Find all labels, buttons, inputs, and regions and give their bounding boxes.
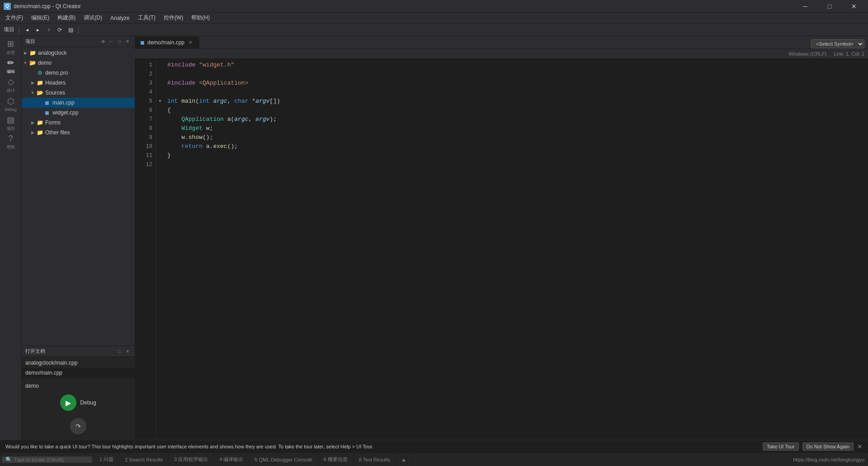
- sidebar-welcome[interactable]: ⊞ 欢迎: [2, 38, 20, 56]
- bottom-tab-qml[interactable]: 5 QML Debugger Console: [249, 453, 318, 466]
- menu-controls[interactable]: 控件(W): [160, 13, 187, 23]
- menu-help[interactable]: 帮助(H): [188, 13, 213, 23]
- debug-controls: ▶ Debug: [60, 393, 96, 413]
- bottom-tab-summary[interactable]: 6 概要信息: [318, 453, 354, 466]
- ln-3: 3: [138, 79, 152, 88]
- fold-9: [156, 133, 164, 142]
- fold-3: [156, 79, 164, 88]
- debug-icon: ⬡: [7, 96, 14, 106]
- window-controls: ─ □ ✕: [795, 0, 864, 13]
- sidebar-edit[interactable]: ✏ 编辑: [2, 57, 20, 75]
- window-title: demo/main.cpp - Qt Creator: [14, 3, 81, 10]
- tree-other-files[interactable]: ▶ 📁 Other files: [22, 128, 135, 138]
- code-line-1: #include "widget.h": [164, 61, 868, 70]
- tree-label-otherfiles: Other files: [45, 129, 70, 136]
- doc-label-demo: demo/main.cpp: [25, 370, 62, 376]
- fold-10: [156, 142, 164, 151]
- panel-btn-3[interactable]: □: [116, 38, 123, 45]
- fold-7: [156, 115, 164, 124]
- minimize-button[interactable]: ─: [795, 0, 816, 13]
- menu-build[interactable]: 构建(B): [54, 13, 79, 23]
- tree-demo-pro[interactable]: ⚙ demo.pro: [22, 68, 135, 78]
- doc-item-analogclock[interactable]: analogclock/main.cpp: [22, 358, 135, 368]
- do-not-show-button[interactable]: Do Not Show Again: [802, 442, 854, 451]
- bottom-tab-appout[interactable]: 3 应用程序输出: [169, 453, 214, 466]
- tree-widget-cpp[interactable]: ◼ widget.cpp: [22, 108, 135, 118]
- bottom-tab-label-3: 3 应用程序输出: [174, 456, 208, 463]
- tree-sources[interactable]: ▼ 📂 Sources: [22, 88, 135, 98]
- tab-filename: demo/main.cpp: [147, 39, 184, 46]
- tree-main-cpp[interactable]: ◼ main.cpp: [22, 98, 135, 108]
- notification-bar: Would you like to take a quick UI tour? …: [0, 440, 868, 452]
- project-panel-title: 项目: [25, 38, 35, 45]
- code-content[interactable]: #include "widget.h" #include <QApplicati…: [164, 59, 868, 440]
- panel-btn-1[interactable]: ⊕: [99, 38, 107, 45]
- bottom-tab-label-7: 8 Test Results: [359, 457, 390, 462]
- symbol-selector[interactable]: <Select Symbol>: [811, 39, 864, 48]
- code-line-5: int main(int argc, char *argv[]): [164, 97, 868, 106]
- search-input[interactable]: [14, 457, 89, 462]
- nav-forward-button[interactable]: ▸: [33, 25, 43, 35]
- menu-tools[interactable]: 工具(T): [134, 13, 159, 23]
- tree-demo[interactable]: ▼ 📂 demo: [22, 58, 135, 68]
- folder-icon-other: 📁: [36, 129, 43, 136]
- bottom-tab-issues[interactable]: 1 问题: [94, 453, 119, 466]
- open-docs-title: 打开文档: [25, 348, 45, 355]
- code-line-9: w.show();: [164, 133, 868, 142]
- open-docs-btn1[interactable]: □: [116, 348, 123, 355]
- sync-button[interactable]: ⟳: [55, 25, 65, 35]
- close-button[interactable]: ✕: [844, 0, 864, 13]
- ln-9: 9: [138, 133, 152, 142]
- nav-back-button[interactable]: ◂: [22, 25, 32, 35]
- tree-analogclock[interactable]: ▶ 📁 analogclock: [22, 48, 135, 58]
- sidebar-debug[interactable]: ⬡ Debug: [2, 95, 20, 113]
- step-over-icon: ↷: [75, 423, 81, 430]
- filter-button[interactable]: ▤: [66, 25, 75, 35]
- panel-btn-2[interactable]: ↔: [108, 38, 115, 45]
- take-tour-button[interactable]: Take UI Tour: [763, 442, 799, 451]
- menu-bar: 文件(F) 编辑(E) 构建(B) 调试(D) Analyze 工具(T) 控件…: [0, 13, 868, 24]
- welcome-label: 欢迎: [7, 50, 15, 56]
- tree-headers[interactable]: ▶ 📁 Headers: [22, 78, 135, 88]
- folder-icon-headers: 📁: [36, 80, 43, 86]
- doc-label-analogclock: analogclock/main.cpp: [25, 360, 77, 366]
- open-docs-btn2[interactable]: ✕: [124, 348, 131, 355]
- code-line-10: return a.exec();: [164, 142, 868, 151]
- panel-btn-close[interactable]: ✕: [124, 38, 131, 45]
- sidebar-projects[interactable]: ▤ 项目: [2, 114, 20, 132]
- fold-12: [156, 160, 164, 169]
- bottom-tab-compileout[interactable]: 4 编译输出: [214, 453, 249, 466]
- menu-debug[interactable]: 调试(D): [80, 13, 106, 23]
- bottom-tab-more[interactable]: ▲: [396, 453, 412, 466]
- tab-right-buttons: <Select Symbol>: [807, 39, 868, 48]
- menu-edit[interactable]: 编辑(E): [28, 13, 53, 23]
- project-panel-header: 项目 ⊕ ↔ □ ✕: [22, 36, 135, 47]
- folder-icon-sources: 📂: [36, 90, 43, 96]
- bottom-tab-search[interactable]: 2 Search Results: [119, 453, 169, 466]
- tree-label-sources: Sources: [45, 90, 65, 96]
- search-box[interactable]: 🔍: [2, 456, 92, 463]
- menu-file[interactable]: 文件(F): [2, 13, 27, 23]
- fold-5[interactable]: ▼: [156, 97, 164, 106]
- tree-label-demo: demo: [38, 60, 52, 66]
- menu-analyze[interactable]: Analyze: [107, 14, 133, 22]
- bottom-tab-label-4: 4 编译输出: [219, 456, 243, 463]
- tab-main-cpp[interactable]: ◼ demo/main.cpp ✕: [135, 37, 199, 48]
- left-panel: 项目 ⊕ ↔ □ ✕ ▶ 📁 analogclock ▼ 📂: [22, 36, 135, 440]
- step-over-button[interactable]: ↷: [70, 418, 86, 434]
- tree-forms[interactable]: ▶ 📁 Forms: [22, 118, 135, 128]
- tab-close-button[interactable]: ✕: [187, 39, 193, 46]
- sidebar-design[interactable]: ◇ 设计: [2, 76, 20, 94]
- run-button[interactable]: ▶: [60, 395, 76, 411]
- doc-item-demo[interactable]: demo/main.cpp: [22, 368, 135, 378]
- icon-sidebar: ⊞ 欢迎 ✏ 编辑 ◇ 设计 ⬡ Debug ▤ 项目 ? 帮助: [0, 36, 22, 440]
- ln-5: 5: [138, 97, 152, 106]
- fold-11: [156, 151, 164, 160]
- maximize-button[interactable]: □: [819, 0, 840, 13]
- sidebar-help[interactable]: ? 帮助: [2, 133, 20, 151]
- notification-close[interactable]: ✕: [857, 443, 863, 450]
- kit-debug-label: Debug: [80, 399, 96, 406]
- bottom-tab-test[interactable]: 8 Test Results: [354, 453, 396, 466]
- nav-up-button[interactable]: ↑: [44, 25, 54, 35]
- code-editor[interactable]: 1 2 3 4 5 6 7 8 9 10 11 12 ▼: [135, 59, 868, 440]
